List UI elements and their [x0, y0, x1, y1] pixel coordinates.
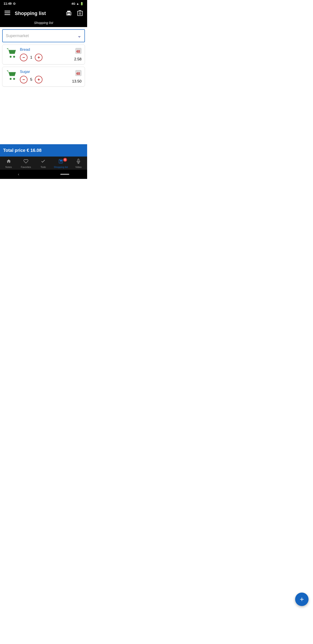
svg-rect-4 — [67, 11, 70, 12]
cart-nav-icon — [58, 159, 63, 165]
svg-rect-1 — [4, 12, 10, 13]
item-details-sugar: Sugar − 5 + — [20, 70, 69, 84]
signal-icon: ▲ — [76, 2, 79, 5]
item-name-bread: Bread — [20, 48, 71, 52]
item-right-sugar: ✕ 13.50 — [72, 70, 81, 84]
subtitle-bar: Shopping list — [0, 21, 87, 27]
decrease-sugar-button[interactable]: − — [20, 76, 27, 84]
item-card-bread: Bread − 1 + ✕ 2.58 — [2, 44, 85, 64]
item-controls-sugar: − 5 + — [20, 76, 69, 84]
item-right-bread: ✕ 2.58 — [74, 48, 81, 62]
decrease-bread-button[interactable]: − — [20, 54, 27, 61]
chevron-down-icon: ⌄ — [77, 33, 81, 39]
nav-video[interactable]: Video — [72, 159, 85, 168]
item-card-sugar: Sugar − 5 + ✕ 13.50 — [2, 67, 85, 86]
status-sim-icon: ⊙ — [13, 2, 16, 5]
nav-video-label: Video — [75, 166, 81, 168]
home-icon — [6, 159, 11, 165]
top-nav: Shopping list — [0, 7, 87, 21]
svg-rect-2 — [4, 14, 10, 15]
svg-text:✕: ✕ — [76, 72, 78, 75]
status-right: 4G ▲ 🔋 — [71, 2, 83, 5]
content-spacer — [0, 86, 87, 144]
page-title: Shopping list — [15, 10, 61, 16]
quantity-sugar: 5 — [30, 77, 32, 82]
nav-shopping[interactable]: 6 Shopping list — [54, 159, 68, 168]
quantity-bread: 1 — [30, 55, 32, 60]
item-controls-bread: − 1 + — [20, 54, 71, 61]
nav-favorites-label: Favorites — [21, 166, 31, 168]
nav-notes-label: Notes — [5, 166, 12, 168]
svg-point-30 — [60, 162, 60, 163]
item-details-bread: Bread − 1 + — [20, 48, 71, 61]
back-button[interactable]: ‹ — [18, 172, 19, 177]
subtitle-text: Shopping list — [34, 21, 53, 24]
delete-sugar-button[interactable]: ✕ — [75, 70, 81, 77]
total-price: Total price € 16.08 — [3, 148, 41, 153]
item-name-sugar: Sugar — [20, 70, 69, 74]
status-bar: 11:49 ⊙ 4G ▲ 🔋 — [0, 0, 87, 7]
nav-notes[interactable]: Notes — [2, 159, 15, 168]
nav-favorites[interactable]: Favorites — [19, 159, 33, 168]
increase-bread-button[interactable]: + — [35, 54, 42, 61]
svg-rect-28 — [76, 70, 81, 71]
battery-icon: 🔋 — [80, 2, 83, 5]
svg-rect-0 — [4, 11, 10, 12]
svg-point-22 — [13, 78, 15, 80]
dropdown-placeholder: Supermarket — [6, 34, 77, 38]
mic-icon — [76, 159, 81, 165]
svg-rect-5 — [67, 14, 70, 15]
nav-todo[interactable]: Todo — [36, 159, 50, 168]
status-left: 11:49 ⊙ — [3, 2, 16, 5]
heart-icon — [23, 159, 28, 165]
status-network: 4G — [71, 2, 75, 5]
price-bread: 2.58 — [74, 57, 81, 62]
delete-all-button[interactable] — [76, 9, 83, 18]
status-time: 11:49 — [3, 2, 12, 5]
system-bar: ‹ — [0, 170, 87, 179]
delete-bread-button[interactable]: ✕ — [75, 48, 81, 55]
total-bar: Total price € 16.08 — [0, 144, 87, 156]
svg-point-6 — [70, 13, 71, 14]
bottom-nav: Notes Favorites Todo — [0, 156, 87, 170]
store-dropdown[interactable]: Supermarket ⌄ — [2, 29, 85, 42]
home-indicator[interactable] — [60, 174, 69, 175]
svg-point-31 — [61, 162, 62, 163]
cart-icon-sugar — [5, 70, 17, 81]
menu-button[interactable] — [3, 10, 11, 17]
print-button[interactable] — [65, 9, 73, 18]
svg-point-21 — [9, 78, 12, 80]
cart-icon-bread — [5, 48, 17, 59]
nav-shopping-label: Shopping list — [54, 166, 68, 168]
svg-point-12 — [9, 56, 12, 58]
nav-todo-label: Todo — [41, 166, 46, 168]
shopping-badge: 6 — [63, 158, 67, 162]
price-sugar: 13.50 — [72, 79, 81, 84]
svg-text:✕: ✕ — [76, 50, 78, 53]
svg-rect-19 — [76, 48, 81, 48]
increase-sugar-button[interactable]: + — [35, 76, 42, 84]
check-icon — [41, 159, 45, 165]
svg-point-13 — [13, 56, 15, 58]
